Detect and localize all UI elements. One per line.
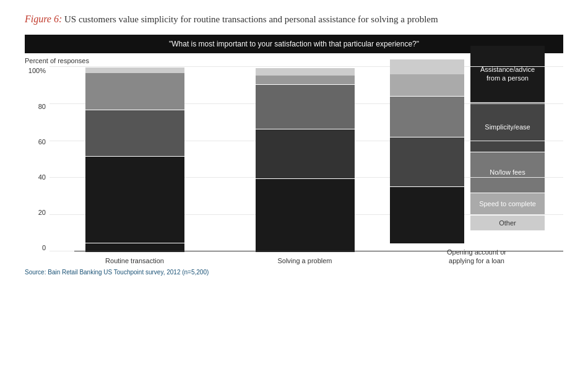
- bar-label-opening: Opening account orapplying for a loan: [447, 248, 506, 266]
- chart-area: 020406080100% Routine transaction Solvin…: [25, 67, 563, 265]
- y-tick: 20: [25, 209, 50, 216]
- bars-container: Routine transaction Solving a problem As…: [50, 67, 563, 265]
- figure-container: Figure 6: US customers value simplicity …: [25, 12, 563, 276]
- legend-segment-0: Assistance/advice from a person: [470, 46, 545, 103]
- bar-group-routine: Routine transaction: [50, 67, 220, 265]
- bar-group-solving: Solving a problem: [220, 67, 390, 265]
- legend-segment-4: Other: [470, 216, 545, 230]
- legend-segment-3: Speed to complete: [470, 193, 545, 216]
- bar-segment: [390, 187, 464, 244]
- y-tick: 40: [25, 173, 50, 181]
- bar-stack-solving: [256, 68, 355, 253]
- bar-stack-routine: [85, 68, 184, 253]
- legend-segment-1: Simplicity/ease: [470, 103, 545, 152]
- y-axis: 020406080100%: [25, 67, 50, 265]
- y-tick: 100%: [25, 67, 50, 74]
- bar-segment: [390, 74, 464, 97]
- source-text: Source: Bain Retail Banking US Touchpoin…: [25, 269, 563, 276]
- legend-panel: Assistance/advice from a personSimplicit…: [464, 46, 563, 244]
- bar-segment: [390, 59, 464, 74]
- baseline: [74, 251, 563, 251]
- bar-segment: [256, 68, 355, 76]
- bar-label-routine: Routine transaction: [105, 256, 164, 265]
- bar-segment: [390, 137, 464, 187]
- bar-segment: [85, 68, 184, 73]
- bar-segment: [85, 73, 184, 110]
- bar-segment: [390, 97, 464, 137]
- bar-segment: [85, 110, 184, 157]
- bar-segment: [85, 157, 184, 243]
- bar-group-opening: Assistance/advice from a personSimplicit…: [390, 67, 563, 265]
- figure-title-text: US customers value simplicity for routin…: [62, 14, 438, 24]
- figure-label: Figure 6:: [25, 14, 62, 24]
- bar-segment: [256, 85, 355, 129]
- y-tick: 0: [25, 244, 50, 251]
- bar-label-solving: Solving a problem: [277, 256, 332, 265]
- bar-segment: [256, 76, 355, 85]
- bar-stack-opening: [390, 59, 464, 244]
- figure-title: Figure 6: US customers value simplicity …: [25, 12, 563, 26]
- bar-segment: [256, 179, 355, 253]
- bar-segment: [256, 129, 355, 179]
- y-tick: 60: [25, 138, 50, 146]
- legend-segment-2: No/low fees: [470, 152, 545, 193]
- y-tick: 80: [25, 103, 50, 110]
